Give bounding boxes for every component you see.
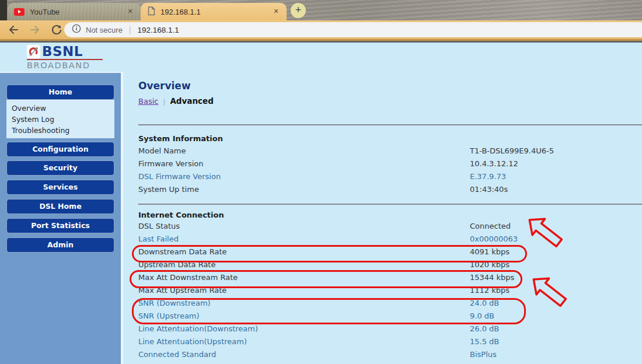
section-heading: System Information [138, 134, 223, 143]
new-tab-button[interactable]: + [291, 3, 306, 18]
advanced-link[interactable]: Advanced [170, 96, 213, 106]
row-value: 01:43:40s [470, 185, 508, 194]
row-label: Line Attentuation(Upstream) [138, 337, 247, 346]
row-value: BisPlus [470, 350, 497, 359]
sidebar-item-dsl-home[interactable]: DSL Home [6, 199, 114, 214]
table-row: Model Name T1-B-DSL699E9.4U6-5 [138, 145, 642, 158]
close-tab-icon[interactable]: × [271, 6, 281, 17]
highlight-box-snr [132, 298, 526, 324]
sidebar-item-security[interactable]: Security [6, 160, 114, 176]
table-row: System Up time 01:43:40s [138, 183, 642, 196]
row-label: System Up time [138, 185, 199, 194]
info-outline-icon[interactable] [72, 24, 81, 36]
row-value: 15.5 dB [470, 337, 499, 346]
row-value: Connected [470, 222, 511, 230]
table-row: DSL Firmware Version E.37.9.73 [138, 170, 642, 183]
sidebar-item-configuration[interactable]: Configuration [6, 142, 114, 157]
divider [138, 124, 642, 125]
brand-name: BSNL [42, 45, 83, 58]
document-page-icon [148, 6, 155, 18]
browser-toolbar: Not secure | 192.168.1.1 [0, 20, 642, 41]
sidebar-item-troubleshooting[interactable]: Troubleshooting [12, 125, 114, 136]
page-title: Overview [138, 80, 191, 92]
table-row: Line Attentuation(Downstream) 26.0 dB [138, 323, 642, 335]
row-label: DSL Status [138, 222, 180, 230]
sidebar-item-system-log[interactable]: System Log [12, 114, 114, 125]
table-row: Connected Standard BisPlus [138, 348, 642, 361]
close-tab-icon[interactable]: × [125, 6, 135, 17]
row-value: T1-B-DSL699E9.4U6-5 [470, 146, 554, 155]
bsnl-logo: BSNL BROADBAND [27, 45, 103, 70]
sidebar-item-overview[interactable]: Overview [12, 103, 114, 114]
section-heading: Internet Connection [138, 211, 224, 219]
row-value: E.37.9.73 [470, 172, 506, 181]
sidebar-nav: Home Overview System Log Troubleshooting… [0, 72, 123, 364]
tab-title: 192.168.1.1 [160, 8, 271, 16]
tab-strip: YouTube × 192.168.1.1 × + [0, 0, 642, 20]
row-value: 10.4.3.12.12 [470, 159, 518, 168]
address-bar[interactable]: Not secure | 192.168.1.1 [64, 22, 642, 37]
window-frame-corner [0, 0, 7, 20]
row-label: Connected Standard [138, 350, 216, 359]
bsnl-swoosh-icon [27, 45, 40, 58]
sidebar-item-home[interactable]: Home [6, 85, 114, 100]
table-row: DSL Status Connected [138, 220, 642, 233]
highlight-circle-max-att-downstream [130, 270, 522, 288]
row-label: Firmware Version [138, 159, 204, 168]
link-separator: | [163, 98, 166, 106]
forward-arrow-icon[interactable] [29, 24, 41, 36]
brand-subtitle: BROADBAND [27, 61, 103, 70]
back-arrow-icon[interactable] [8, 24, 19, 36]
tab-title: YouTube [30, 8, 125, 16]
highlight-circle-downstream-rate [132, 245, 527, 262]
table-row: Firmware Version 10.4.3.12.12 [138, 158, 642, 170]
row-label: DSL Firmware Version [138, 172, 221, 181]
view-mode-links: Basic | Advanced [138, 96, 214, 106]
system-info-rows: Model Name T1-B-DSL699E9.4U6-5 Firmware … [138, 145, 642, 196]
row-value: 26.0 dB [470, 324, 499, 333]
row-value: 0x00000063 [470, 235, 518, 243]
row-label: Line Attentuation(Downstream) [138, 324, 258, 333]
home-submenu: Overview System Log Troubleshooting [6, 100, 114, 138]
tab-router[interactable]: 192.168.1.1 × [141, 3, 287, 20]
row-label: Model Name [138, 146, 186, 155]
browser-window: YouTube × 192.168.1.1 × + [0, 0, 642, 364]
address-separator: | [129, 25, 131, 34]
reload-icon[interactable] [51, 24, 62, 36]
sidebar-item-port-statistics[interactable]: Port Statistics [6, 218, 114, 233]
youtube-play-icon [14, 8, 25, 16]
router-admin-page: BSNL BROADBAND Home Overview System Log … [0, 43, 642, 364]
sidebar-item-admin[interactable]: Admin [6, 237, 114, 253]
tab-youtube[interactable]: YouTube × [8, 3, 141, 20]
divider [138, 204, 642, 205]
sidebar-item-services[interactable]: Services [6, 180, 114, 195]
security-status-label: Not secure [86, 26, 123, 34]
row-label: Last Failed [138, 235, 179, 243]
table-row: Line Attentuation(Upstream) 15.5 dB [138, 335, 642, 348]
url-text: 192.168.1.1 [138, 26, 179, 34]
basic-link[interactable]: Basic [138, 97, 158, 106]
